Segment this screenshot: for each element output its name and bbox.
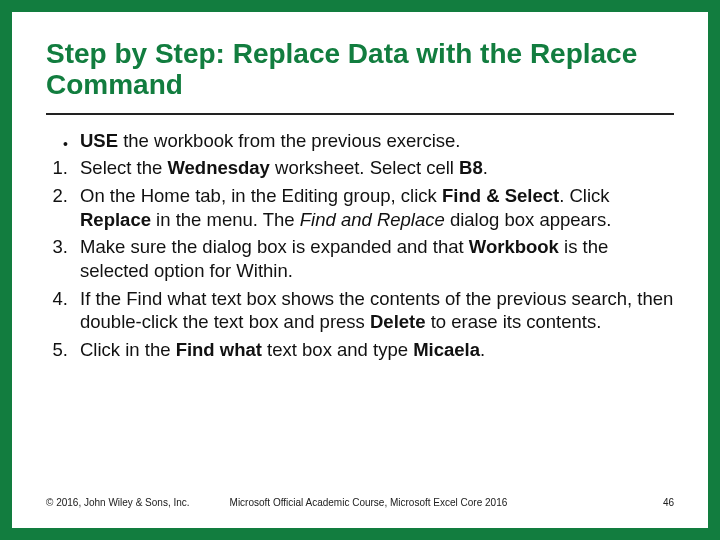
step-number: 3.	[46, 235, 80, 282]
footer-copyright: © 2016, John Wiley & Sons, Inc.	[46, 497, 190, 508]
step-item: 3.Make sure the dialog box is expanded a…	[46, 235, 674, 282]
step-item: 5.Click in the Find what text box and ty…	[46, 338, 674, 362]
step-item: 4.If the Find what text box shows the co…	[46, 287, 674, 334]
item-text: If the Find what text box shows the cont…	[80, 287, 674, 334]
step-number: 4.	[46, 287, 80, 334]
item-text: Click in the Find what text box and type…	[80, 338, 674, 362]
item-text: Make sure the dialog box is expanded and…	[80, 235, 674, 282]
item-text: On the Home tab, in the Editing group, c…	[80, 184, 674, 231]
step-number: 5.	[46, 338, 80, 362]
bullet-item: •USE the workbook from the previous exer…	[46, 129, 674, 153]
step-item: 2.On the Home tab, in the Editing group,…	[46, 184, 674, 231]
item-text: Select the Wednesday worksheet. Select c…	[80, 156, 674, 180]
step-item: 1.Select the Wednesday worksheet. Select…	[46, 156, 674, 180]
slide: Step by Step: Replace Data with the Repl…	[12, 12, 708, 528]
footer-course: Microsoft Official Academic Course, Micr…	[230, 497, 663, 508]
bullet-marker: •	[46, 129, 80, 153]
step-number: 1.	[46, 156, 80, 180]
slide-content: •USE the workbook from the previous exer…	[46, 129, 674, 491]
footer-page-number: 46	[663, 497, 674, 508]
item-text: USE the workbook from the previous exerc…	[80, 129, 674, 153]
slide-footer: © 2016, John Wiley & Sons, Inc. Microsof…	[46, 491, 674, 508]
slide-title: Step by Step: Replace Data with the Repl…	[46, 38, 674, 115]
step-number: 2.	[46, 184, 80, 231]
